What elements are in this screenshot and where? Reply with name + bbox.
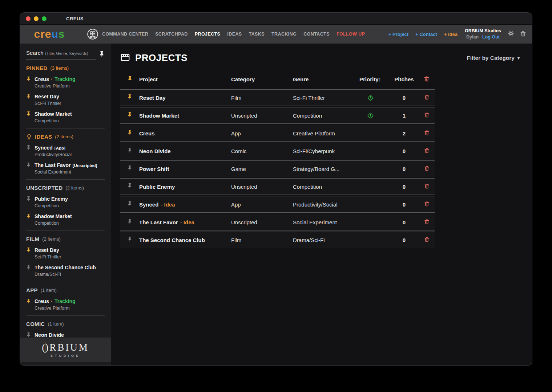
table-row-reset-day[interactable]: Reset DayFilmSci-Fi Thriller0	[120, 89, 435, 106]
priority-cell	[351, 94, 390, 102]
idea-button[interactable]: + Idea	[444, 32, 458, 37]
sidebar-item-shadow-market[interactable]: Shadow MarketCompetition	[26, 213, 105, 226]
project-name: Creus	[139, 130, 155, 136]
pin-button[interactable]	[120, 166, 139, 172]
delete-project-button[interactable]	[424, 237, 430, 243]
section-header: APP(1 item)	[26, 287, 105, 293]
table-row-synced[interactable]: Synced- IdeaAppProductivity/Social0	[120, 196, 435, 213]
delete-cell	[419, 201, 435, 208]
nav-item-tracking[interactable]: TRACKING	[271, 32, 297, 37]
item-subtitle: Creative Platform	[35, 306, 76, 311]
pitches-count: 0	[390, 219, 419, 225]
main-header: PROJECTS Filter by Category ▾	[120, 52, 520, 64]
sidebar-item-synced[interactable]: Synced[App]Productivity/Social	[26, 144, 105, 157]
sidebar-item-public-enemy[interactable]: Public EnemyCompetition	[26, 196, 105, 208]
settings-button[interactable]	[508, 30, 514, 38]
section-title: UNSCRIPTED	[26, 185, 63, 191]
nav-item-ideas[interactable]: IDEAS	[227, 32, 242, 37]
pin-button[interactable]	[120, 148, 139, 154]
pin-button[interactable]	[120, 201, 139, 208]
sidebar-item-reset-day[interactable]: Reset DaySci-Fi Thriller	[26, 93, 105, 106]
nav-item-contacts[interactable]: CONTACTS	[303, 32, 330, 37]
pin-filter-toggle[interactable]	[99, 51, 105, 60]
pushpin-icon	[26, 264, 31, 277]
unpin-button[interactable]	[120, 94, 139, 101]
log-out-link[interactable]: Log Out	[482, 34, 500, 40]
sidebar-content: Search (Title, Genre, Keywords) PINNED(3…	[20, 50, 111, 366]
traffic-lights	[26, 16, 47, 21]
pin-button[interactable]	[120, 237, 139, 243]
genre-cell: Creative Platform	[293, 130, 351, 136]
search-placeholder: (Title, Genre, Keywords)	[45, 51, 88, 56]
category-cell: Comic	[231, 148, 293, 154]
delete-project-button[interactable]	[424, 166, 430, 172]
unpin-button[interactable]	[120, 112, 139, 119]
item-subtitle: Competition	[35, 203, 68, 208]
trash-icon	[424, 237, 430, 243]
nav-item-tasks[interactable]: TASKS	[249, 32, 265, 37]
nav-item-scratchpad[interactable]: SCRATCHPAD	[155, 32, 188, 37]
pitches-column-header[interactable]: Pitches	[390, 76, 419, 82]
sidebar-item-creus[interactable]: Creus·TrackingCreative Platform	[26, 76, 105, 89]
sidebar-item-text: Shadow MarketCompetition	[35, 111, 72, 123]
table-row-power-shift[interactable]: Power ShiftGameStrategy/Board G...0	[120, 160, 435, 177]
category-cell: Film	[231, 95, 293, 101]
trash-icon	[424, 94, 430, 101]
delete-project-button[interactable]	[424, 148, 430, 154]
delete-project-button[interactable]	[424, 183, 430, 190]
table-row-the-last-favor[interactable]: The Last Favor- IdeaUnscriptedSocial Exp…	[120, 214, 435, 230]
table-row-public-enemy[interactable]: Public EnemyUnscriptedCompetition0	[120, 178, 435, 195]
creus-logo[interactable]: creus	[20, 25, 79, 44]
item-title: Public Enemy	[35, 196, 68, 202]
project-column-header[interactable]: Project	[139, 76, 231, 82]
item-title: Shadow Market	[35, 213, 72, 219]
pin-button[interactable]	[120, 183, 139, 190]
contact-button[interactable]: + Contact	[415, 32, 437, 37]
pin-button[interactable]	[120, 219, 139, 225]
genre-column-header[interactable]: Genre	[293, 76, 351, 82]
sidebar-item-the-last-favor[interactable]: The Last Favor[Unscripted]Social Experim…	[26, 162, 105, 175]
item-title: The Second Chance Club	[35, 265, 96, 270]
close-window-button[interactable]	[26, 16, 31, 21]
nav-icon-buttons	[508, 30, 526, 38]
logo-letter: u	[52, 28, 59, 40]
project-name-cell: Reset Day	[139, 95, 231, 101]
search-row: Search (Title, Genre, Keywords)	[26, 50, 105, 60]
sidebar-footer: ()RBIUM STUDIOS	[20, 338, 111, 362]
delete-cell	[419, 112, 435, 119]
sidebar-item-the-second-chance-club[interactable]: The Second Chance ClubDrama/Sci-Fi	[26, 264, 105, 277]
category-cell: Film	[231, 237, 293, 243]
delete-project-button[interactable]	[424, 130, 430, 136]
table-row-the-second-chance-club[interactable]: The Second Chance ClubFilmDrama/Sci-Fi0	[120, 232, 435, 248]
project-button[interactable]: + Project	[388, 32, 408, 37]
priority-column-header[interactable]: Priority↑	[351, 76, 390, 82]
item-subtitle: Drama/Sci-Fi	[35, 272, 96, 277]
trash-icon	[520, 30, 526, 38]
table-row-neon-divide[interactable]: Neon DivideComicSci-Fi/Cyberpunk0	[120, 143, 435, 159]
zoom-window-button[interactable]	[42, 16, 47, 21]
delete-project-button[interactable]	[424, 219, 430, 225]
table-row-shadow-market[interactable]: Shadow MarketUnscriptedCompetition1	[120, 107, 435, 124]
nav-item-command-center[interactable]: COMMAND CENTER	[86, 28, 148, 40]
table-row-creus[interactable]: CreusAppCreative Platform2	[120, 125, 435, 142]
search-input[interactable]: Search (Title, Genre, Keywords)	[26, 50, 96, 60]
sidebar-item-text: Reset DaySci-Fi Thriller	[35, 247, 61, 260]
category-column-header[interactable]: Category	[231, 76, 293, 82]
orbium-brand-rest: RBIUM	[49, 343, 89, 352]
minimize-window-button[interactable]	[34, 16, 39, 21]
delete-project-button[interactable]	[424, 112, 430, 119]
trash-button[interactable]	[520, 30, 526, 38]
delete-project-button[interactable]	[424, 94, 430, 101]
sidebar-item-creus[interactable]: Creus·TrackingCreative Platform	[26, 298, 105, 311]
sidebar-item-reset-day[interactable]: Reset DaySci-Fi Thriller	[26, 247, 105, 260]
nav-item-projects[interactable]: PROJECTS	[195, 32, 221, 37]
user-name: Dylan	[466, 34, 479, 40]
delete-project-button[interactable]	[424, 201, 430, 208]
filter-by-category-dropdown[interactable]: Filter by Category ▾	[467, 55, 520, 61]
nav-item-follow-up[interactable]: FOLLOW UP	[337, 32, 365, 37]
sidebar-item-shadow-market[interactable]: Shadow MarketCompetition	[26, 111, 105, 123]
section-header: UNSCRIPTED(2 items)	[26, 185, 105, 191]
unpin-button[interactable]	[120, 130, 139, 136]
nav-item-label: CONTACTS	[303, 32, 330, 37]
pin-column-header[interactable]	[120, 76, 139, 83]
